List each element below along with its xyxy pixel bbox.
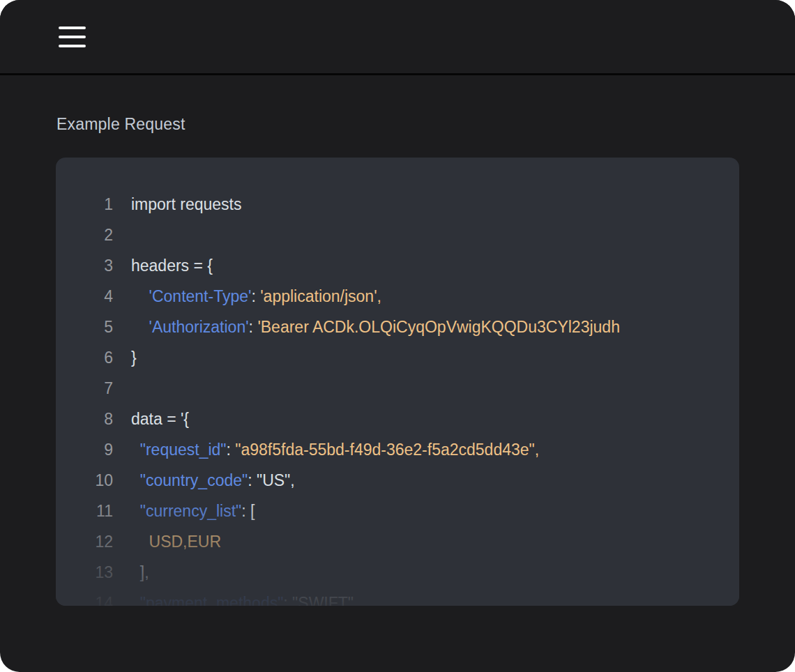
line-number: 1 <box>56 195 113 214</box>
line-number: 12 <box>56 533 113 551</box>
line-number: 3 <box>56 257 113 275</box>
code-token-plain: data = '{ <box>131 410 189 428</box>
code-text: 'Authorization': 'Bearer ACDk.OLQiCyqOpV… <box>113 318 620 337</box>
code-token-plain: ], <box>131 563 149 581</box>
code-token-key: 'Content-Type' <box>149 287 252 305</box>
code-token-plain: } <box>131 349 137 367</box>
code-token-plain <box>131 318 149 336</box>
code-text: } <box>113 349 137 367</box>
code-text: headers = { <box>113 257 213 275</box>
code-line: 14 "payment_methods": "SWIFT" <box>56 588 739 606</box>
code-line: 13 ], <box>56 557 739 588</box>
code-token-key: "request_id" <box>140 441 227 459</box>
menu-button[interactable] <box>59 23 89 51</box>
line-number: 11 <box>56 502 113 521</box>
code-token-plain: : "US", <box>248 471 294 489</box>
code-text: 'Content-Type': 'application/json', <box>113 287 381 306</box>
code-line: 8data = '{ <box>56 404 739 434</box>
line-number: 8 <box>56 410 113 429</box>
code-line: 5 'Authorization': 'Bearer ACDk.OLQiCyqO… <box>56 312 739 342</box>
line-number: 10 <box>56 471 113 490</box>
code-token-plain: : <box>249 318 258 336</box>
section-title: Example Request <box>56 115 739 134</box>
code-line: 3headers = { <box>56 250 739 281</box>
app-card: Example Request 1import requests23header… <box>0 0 795 672</box>
code-token-plain: : <box>251 287 260 305</box>
line-number: 14 <box>56 594 113 606</box>
code-line: 9 "request_id": "a98f5fda-55bd-f49d-36e2… <box>56 434 739 465</box>
code-text: ], <box>113 563 149 582</box>
line-number: 9 <box>56 441 113 459</box>
code-token-key: 'Authorization' <box>149 318 249 336</box>
code-line: 4 'Content-Type': 'application/json', <box>56 281 739 312</box>
code-line: 11 "currency_list": [ <box>56 496 739 526</box>
code-text: import requests <box>113 195 242 214</box>
code-text: "country_code": "US", <box>113 471 295 490</box>
code-token-plain <box>131 441 140 459</box>
line-number: 6 <box>56 349 113 367</box>
code-token-str: 'application/json', <box>260 287 381 305</box>
code-line: 12 USD,EUR <box>56 526 739 557</box>
line-number: 7 <box>56 379 113 398</box>
code-token-plain: : [ <box>241 502 255 520</box>
code-token-plain <box>131 287 149 305</box>
line-number: 2 <box>56 226 113 245</box>
code-line: 2 <box>56 220 739 250</box>
code-token-plain: : "SWIFT" <box>283 594 354 606</box>
code-block[interactable]: 1import requests23headers = {4 'Content-… <box>56 158 739 606</box>
code-token-plain: import requests <box>131 195 242 213</box>
code-text: "payment_methods": "SWIFT" <box>113 594 354 606</box>
code-lines: 1import requests23headers = {4 'Content-… <box>56 158 739 606</box>
code-token-str: "a98f5fda-55bd-f49d-36e2-f5a2cd5dd43e", <box>235 441 539 459</box>
code-token-key: "currency_list" <box>140 502 241 520</box>
content-area: Example Request 1import requests23header… <box>0 115 795 606</box>
top-bar <box>0 0 795 75</box>
code-token-plain <box>131 594 140 606</box>
code-token-key: "payment_methods" <box>140 594 284 606</box>
code-text: data = '{ <box>113 410 189 429</box>
line-number: 4 <box>56 287 113 306</box>
code-token-plain: headers = { <box>131 257 213 275</box>
code-token-str: USD,EUR <box>149 533 222 551</box>
code-token-plain <box>131 533 149 551</box>
code-token-plain: : <box>227 441 236 459</box>
code-token-plain <box>131 471 140 489</box>
code-text: "request_id": "a98f5fda-55bd-f49d-36e2-f… <box>113 441 539 459</box>
code-token-str: 'Bearer ACDk.OLQiCyqOpVwigKQQDu3CYl23jud… <box>257 318 620 336</box>
code-line: 6} <box>56 342 739 373</box>
code-token-key: "country_code" <box>140 471 248 489</box>
code-text: "currency_list": [ <box>113 502 255 521</box>
line-number: 13 <box>56 563 113 582</box>
code-line: 1import requests <box>56 189 739 220</box>
code-token-plain <box>131 502 140 520</box>
line-number: 5 <box>56 318 113 337</box>
code-text: USD,EUR <box>113 533 221 551</box>
code-line: 10 "country_code": "US", <box>56 465 739 496</box>
code-line: 7 <box>56 373 739 404</box>
